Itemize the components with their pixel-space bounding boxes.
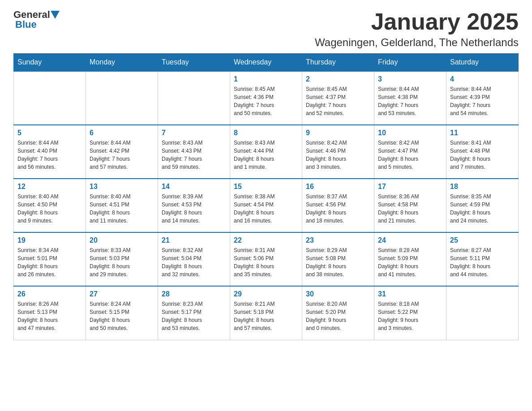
day-info: Sunrise: 8:43 AM Sunset: 4:44 PM Dayligh… <box>234 139 298 171</box>
day-number: 15 <box>234 183 298 191</box>
week-row-5: 26Sunrise: 8:26 AM Sunset: 5:13 PM Dayli… <box>14 286 519 340</box>
day-info: Sunrise: 8:20 AM Sunset: 5:20 PM Dayligh… <box>306 300 370 332</box>
day-info: Sunrise: 8:38 AM Sunset: 4:54 PM Dayligh… <box>234 193 298 225</box>
day-cell: 23Sunrise: 8:29 AM Sunset: 5:08 PM Dayli… <box>302 232 374 286</box>
day-number: 25 <box>450 236 515 244</box>
day-info: Sunrise: 8:33 AM Sunset: 5:03 PM Dayligh… <box>90 246 154 278</box>
day-cell: 24Sunrise: 8:28 AM Sunset: 5:09 PM Dayli… <box>374 232 446 286</box>
day-info: Sunrise: 8:44 AM Sunset: 4:38 PM Dayligh… <box>378 85 442 117</box>
day-number: 11 <box>450 129 515 137</box>
day-number: 29 <box>234 290 298 298</box>
day-cell: 11Sunrise: 8:41 AM Sunset: 4:48 PM Dayli… <box>446 125 519 179</box>
day-cell: 17Sunrise: 8:36 AM Sunset: 4:58 PM Dayli… <box>374 179 446 232</box>
day-cell: 16Sunrise: 8:37 AM Sunset: 4:56 PM Dayli… <box>302 179 374 232</box>
day-number: 21 <box>162 236 226 244</box>
day-cell: 8Sunrise: 8:43 AM Sunset: 4:44 PM Daylig… <box>230 125 302 179</box>
day-cell: 6Sunrise: 8:44 AM Sunset: 4:42 PM Daylig… <box>86 125 158 179</box>
day-info: Sunrise: 8:31 AM Sunset: 5:06 PM Dayligh… <box>234 246 298 278</box>
month-title: January 2025 <box>315 9 519 34</box>
header-sunday: Sunday <box>14 54 86 72</box>
day-cell: 15Sunrise: 8:38 AM Sunset: 4:54 PM Dayli… <box>230 179 302 232</box>
day-info: Sunrise: 8:32 AM Sunset: 5:04 PM Dayligh… <box>162 246 226 278</box>
day-cell: 1Sunrise: 8:45 AM Sunset: 4:36 PM Daylig… <box>230 71 302 125</box>
day-info: Sunrise: 8:40 AM Sunset: 4:51 PM Dayligh… <box>90 193 154 225</box>
day-cell: 22Sunrise: 8:31 AM Sunset: 5:06 PM Dayli… <box>230 232 302 286</box>
day-info: Sunrise: 8:39 AM Sunset: 4:53 PM Dayligh… <box>162 193 226 225</box>
week-row-3: 12Sunrise: 8:40 AM Sunset: 4:50 PM Dayli… <box>14 179 519 232</box>
day-info: Sunrise: 8:40 AM Sunset: 4:50 PM Dayligh… <box>17 193 82 225</box>
week-row-4: 19Sunrise: 8:34 AM Sunset: 5:01 PM Dayli… <box>14 232 519 286</box>
logo-blue-text: Blue <box>15 19 37 30</box>
header: General Blue January 2025 Wageningen, Ge… <box>13 9 519 49</box>
day-number: 28 <box>162 290 226 298</box>
day-info: Sunrise: 8:24 AM Sunset: 5:15 PM Dayligh… <box>90 300 154 332</box>
day-number: 16 <box>306 183 370 191</box>
day-info: Sunrise: 8:35 AM Sunset: 4:59 PM Dayligh… <box>450 193 515 225</box>
day-number: 5 <box>17 129 82 137</box>
day-info: Sunrise: 8:21 AM Sunset: 5:18 PM Dayligh… <box>234 300 298 332</box>
day-cell: 31Sunrise: 8:18 AM Sunset: 5:22 PM Dayli… <box>374 286 446 340</box>
header-tuesday: Tuesday <box>158 54 230 72</box>
logo-triangle-icon <box>51 11 60 20</box>
day-cell: 21Sunrise: 8:32 AM Sunset: 5:04 PM Dayli… <box>158 232 230 286</box>
day-number: 8 <box>234 129 298 137</box>
day-cell: 30Sunrise: 8:20 AM Sunset: 5:20 PM Dayli… <box>302 286 374 340</box>
day-number: 9 <box>306 129 370 137</box>
day-info: Sunrise: 8:26 AM Sunset: 5:13 PM Dayligh… <box>17 300 82 332</box>
header-monday: Monday <box>86 54 158 72</box>
day-info: Sunrise: 8:37 AM Sunset: 4:56 PM Dayligh… <box>306 193 370 225</box>
day-number: 27 <box>90 290 154 298</box>
day-number: 23 <box>306 236 370 244</box>
day-number: 30 <box>306 290 370 298</box>
header-friday: Friday <box>374 54 446 72</box>
day-info: Sunrise: 8:27 AM Sunset: 5:11 PM Dayligh… <box>450 246 515 278</box>
day-cell <box>86 71 158 125</box>
day-cell <box>14 71 86 125</box>
day-info: Sunrise: 8:44 AM Sunset: 4:39 PM Dayligh… <box>450 85 515 117</box>
header-wednesday: Wednesday <box>230 54 302 72</box>
day-info: Sunrise: 8:42 AM Sunset: 4:46 PM Dayligh… <box>306 139 370 171</box>
day-info: Sunrise: 8:23 AM Sunset: 5:17 PM Dayligh… <box>162 300 226 332</box>
calendar-header-row: Sunday Monday Tuesday Wednesday Thursday… <box>14 54 519 72</box>
day-cell: 14Sunrise: 8:39 AM Sunset: 4:53 PM Dayli… <box>158 179 230 232</box>
day-cell <box>446 286 519 340</box>
day-cell: 3Sunrise: 8:44 AM Sunset: 4:38 PM Daylig… <box>374 71 446 125</box>
day-cell: 9Sunrise: 8:42 AM Sunset: 4:46 PM Daylig… <box>302 125 374 179</box>
logo: General Blue <box>13 9 60 30</box>
day-number: 24 <box>378 236 442 244</box>
week-row-1: 1Sunrise: 8:45 AM Sunset: 4:36 PM Daylig… <box>14 71 519 125</box>
day-number: 3 <box>378 75 442 83</box>
day-cell: 4Sunrise: 8:44 AM Sunset: 4:39 PM Daylig… <box>446 71 519 125</box>
day-info: Sunrise: 8:44 AM Sunset: 4:40 PM Dayligh… <box>17 139 82 171</box>
day-info: Sunrise: 8:41 AM Sunset: 4:48 PM Dayligh… <box>450 139 515 171</box>
day-cell: 19Sunrise: 8:34 AM Sunset: 5:01 PM Dayli… <box>14 232 86 286</box>
day-info: Sunrise: 8:45 AM Sunset: 4:36 PM Dayligh… <box>234 85 298 117</box>
day-number: 1 <box>234 75 298 83</box>
day-info: Sunrise: 8:36 AM Sunset: 4:58 PM Dayligh… <box>378 193 442 225</box>
day-cell <box>158 71 230 125</box>
day-cell: 7Sunrise: 8:43 AM Sunset: 4:43 PM Daylig… <box>158 125 230 179</box>
calendar: Sunday Monday Tuesday Wednesday Thursday… <box>13 53 519 340</box>
day-info: Sunrise: 8:34 AM Sunset: 5:01 PM Dayligh… <box>17 246 82 278</box>
day-cell: 27Sunrise: 8:24 AM Sunset: 5:15 PM Dayli… <box>86 286 158 340</box>
day-info: Sunrise: 8:44 AM Sunset: 4:42 PM Dayligh… <box>90 139 154 171</box>
day-cell: 5Sunrise: 8:44 AM Sunset: 4:40 PM Daylig… <box>14 125 86 179</box>
day-cell: 2Sunrise: 8:45 AM Sunset: 4:37 PM Daylig… <box>302 71 374 125</box>
day-info: Sunrise: 8:18 AM Sunset: 5:22 PM Dayligh… <box>378 300 442 332</box>
day-number: 10 <box>378 129 442 137</box>
svg-marker-0 <box>51 11 60 19</box>
day-number: 6 <box>90 129 154 137</box>
day-info: Sunrise: 8:29 AM Sunset: 5:08 PM Dayligh… <box>306 246 370 278</box>
day-cell: 29Sunrise: 8:21 AM Sunset: 5:18 PM Dayli… <box>230 286 302 340</box>
day-info: Sunrise: 8:28 AM Sunset: 5:09 PM Dayligh… <box>378 246 442 278</box>
header-thursday: Thursday <box>302 54 374 72</box>
day-number: 20 <box>90 236 154 244</box>
day-cell: 10Sunrise: 8:42 AM Sunset: 4:47 PM Dayli… <box>374 125 446 179</box>
day-number: 22 <box>234 236 298 244</box>
day-number: 13 <box>90 183 154 191</box>
day-info: Sunrise: 8:42 AM Sunset: 4:47 PM Dayligh… <box>378 139 442 171</box>
day-number: 7 <box>162 129 226 137</box>
day-cell: 13Sunrise: 8:40 AM Sunset: 4:51 PM Dayli… <box>86 179 158 232</box>
day-number: 4 <box>450 75 515 83</box>
day-info: Sunrise: 8:43 AM Sunset: 4:43 PM Dayligh… <box>162 139 226 171</box>
